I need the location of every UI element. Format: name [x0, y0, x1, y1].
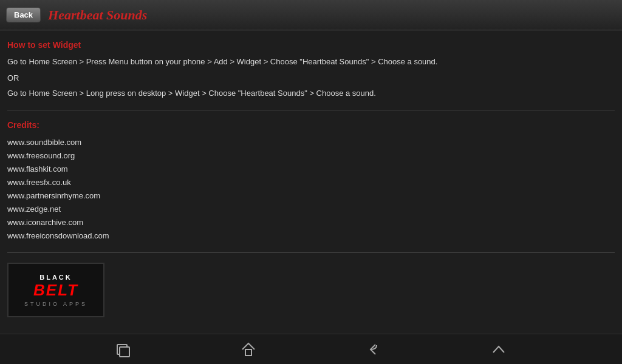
credits-section: Credits: www.soundbible.comwww.freesound…: [7, 120, 615, 243]
back-button[interactable]: Back: [6, 7, 41, 22]
instruction-1: Go to Home Screen > Press Menu button on…: [7, 56, 615, 69]
logo-box: BLACK BELT STUDIO APPS: [7, 263, 104, 317]
nav-bar: [0, 334, 622, 364]
back-arrow-icon[interactable]: [361, 337, 386, 362]
logo-line1: BLACK: [39, 274, 72, 281]
main-content: How to set Widget Go to Home Screen > Pr…: [0, 30, 622, 334]
page-title: Heartbeat Sounds: [48, 7, 147, 23]
credit-item: www.freesfx.co.uk: [7, 176, 615, 189]
logo-line3: STUDIO APPS: [24, 301, 87, 307]
menu-icon[interactable]: [487, 337, 511, 362]
howto-section-title: How to set Widget: [7, 40, 615, 50]
instruction-2: Go to Home Screen > Long press on deskto…: [7, 87, 615, 100]
credit-item: www.flashkit.com: [7, 163, 615, 176]
credit-item: www.iconarchive.com: [7, 216, 615, 229]
credit-item: www.soundbible.com: [7, 136, 615, 149]
credit-item: www.freeiconsdownload.com: [7, 229, 615, 243]
svg-rect-2: [245, 349, 251, 356]
svg-rect-1: [120, 347, 129, 357]
app-header: Back Heartbeat Sounds: [0, 0, 622, 30]
divider-1: [7, 110, 615, 110]
logo-section: BLACK BELT STUDIO APPS: [7, 263, 615, 317]
logo-line2: BELT: [33, 281, 78, 300]
credits-title: Credits:: [7, 120, 615, 130]
or-text: OR: [7, 73, 615, 83]
divider-2: [7, 252, 615, 253]
credits-list: www.soundbible.comwww.freesound.orgwww.f…: [7, 136, 615, 243]
credit-item: www.zedge.net: [7, 203, 615, 216]
credit-item: www.freesound.org: [7, 149, 615, 163]
credit-item: www.partnersinrhyme.com: [7, 189, 615, 203]
home-icon[interactable]: [236, 337, 261, 362]
recents-icon[interactable]: [111, 337, 135, 362]
